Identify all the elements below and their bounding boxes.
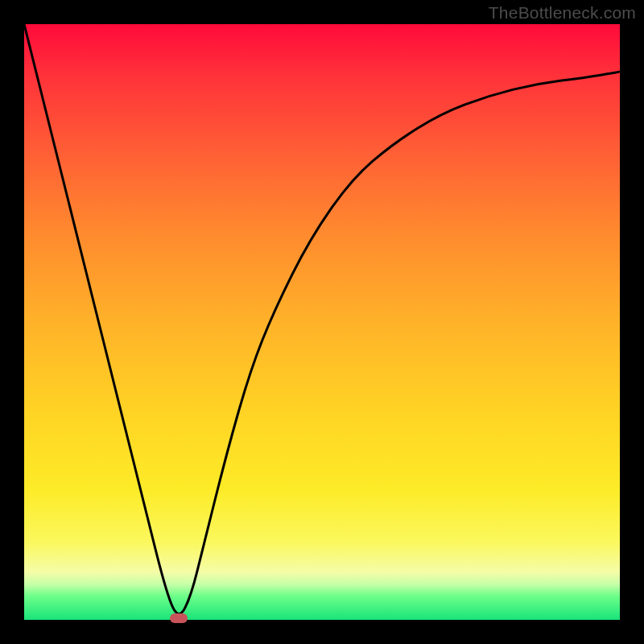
watermark-text: TheBottleneck.com xyxy=(489,3,636,23)
optimum-marker xyxy=(170,613,188,623)
bottleneck-curve xyxy=(24,24,620,620)
plot-area xyxy=(24,24,620,620)
curve-path xyxy=(24,24,620,614)
